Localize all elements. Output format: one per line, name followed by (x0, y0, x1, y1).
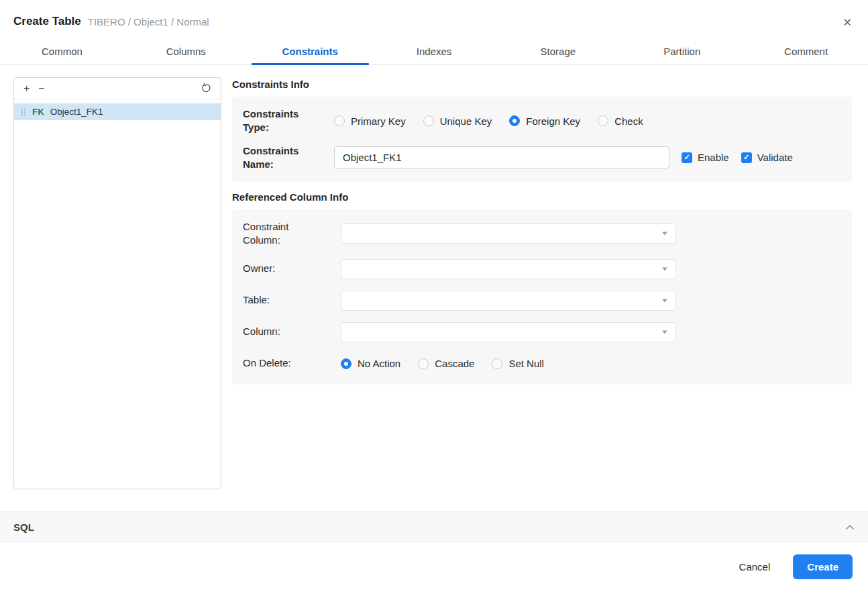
radio-check[interactable]: Check (598, 115, 643, 127)
refresh-icon (201, 83, 211, 93)
owner-label: Owner: (243, 262, 334, 275)
owner-select[interactable] (341, 259, 676, 279)
tab-indexes[interactable]: Indexes (372, 43, 496, 64)
radio-label: Foreign Key (526, 115, 580, 127)
main-area: + − FK Object1_FK1 (0, 65, 868, 511)
constraint-list-panel: + − FK Object1_FK1 (13, 77, 221, 489)
radio-icon (341, 358, 351, 369)
referenced-column-info-panel: Constraint Column: Owner: Table: Column: (232, 209, 852, 385)
constraint-list-toolbar: + − (14, 78, 221, 99)
radio-icon (423, 115, 434, 126)
tab-columns[interactable]: Columns (124, 43, 248, 64)
close-icon[interactable]: ✕ (843, 17, 852, 28)
radio-label: Unique Key (440, 115, 492, 127)
on-delete-label: On Delete: (243, 356, 334, 370)
table-row: Table: (243, 291, 841, 311)
radio-label: Set Null (508, 358, 544, 369)
checkbox-checked-icon: ✓ (682, 152, 692, 163)
table-select[interactable] (341, 291, 676, 311)
flag-checkbox-group: ✓ Enable ✓ Validate (682, 152, 793, 163)
radio-set-null[interactable]: Set Null (492, 358, 544, 369)
tab-storage[interactable]: Storage (496, 43, 620, 64)
radio-foreign-key[interactable]: Foreign Key (509, 115, 580, 127)
dialog-footer: Cancel Create (0, 542, 868, 591)
tab-partition[interactable]: Partition (620, 43, 744, 64)
tab-bar: Common Columns Constraints Indexes Stora… (0, 43, 868, 65)
caret-down-icon (662, 330, 667, 334)
owner-row: Owner: (243, 259, 841, 279)
radio-no-action[interactable]: No Action (341, 358, 400, 369)
constraint-column-label: Constraint Column: (243, 220, 334, 248)
enable-checkbox[interactable]: ✓ Enable (682, 152, 729, 163)
radio-label: Check (614, 115, 643, 127)
column-select[interactable] (341, 322, 676, 342)
constraint-list: FK Object1_FK1 (14, 99, 221, 120)
constraints-name-control: ✓ Enable ✓ Validate (334, 146, 841, 168)
tab-comment[interactable]: Comment (744, 43, 868, 64)
radio-icon (509, 115, 520, 126)
sql-section-label: SQL (13, 522, 34, 533)
constraints-info-heading: Constraints Info (232, 79, 852, 90)
constraints-name-label: Constraints Name: (243, 144, 334, 172)
tab-common[interactable]: Common (0, 43, 124, 64)
radio-unique-key[interactable]: Unique Key (423, 115, 492, 127)
dialog-header: Create Table TIBERO / Object1 / Normal ✕ (0, 0, 868, 43)
checkbox-label: Enable (698, 152, 729, 163)
cancel-button[interactable]: Cancel (739, 561, 771, 573)
validate-checkbox[interactable]: ✓ Validate (741, 152, 793, 163)
constraint-column-row: Constraint Column: (243, 220, 841, 248)
table-label: Table: (243, 293, 334, 307)
constraints-name-input[interactable] (334, 146, 669, 168)
radio-icon (334, 115, 345, 126)
tab-constraints[interactable]: Constraints (248, 43, 372, 64)
radio-label: Primary Key (351, 115, 406, 127)
chevron-up-icon[interactable] (845, 524, 855, 530)
column-row: Column: (243, 322, 841, 342)
radio-icon (598, 115, 608, 126)
constraint-name: Object1_FK1 (50, 107, 103, 117)
add-constraint-button[interactable]: + (23, 83, 38, 94)
constraint-type-badge: FK (32, 107, 44, 117)
breadcrumb: TIBERO / Object1 / Normal (88, 16, 209, 28)
caret-down-icon (662, 232, 667, 236)
on-delete-row: On Delete: No Action Cascade Set Null (243, 354, 841, 374)
radio-icon (418, 358, 429, 369)
checkbox-checked-icon: ✓ (741, 152, 752, 163)
page-title: Create Table (13, 15, 81, 28)
refresh-button[interactable] (201, 83, 211, 93)
radio-cascade[interactable]: Cascade (418, 358, 474, 369)
constraints-type-row: Constraints Type: Primary Key Unique Key… (243, 107, 841, 135)
create-button[interactable]: Create (793, 554, 853, 579)
constraints-info-panel: Constraints Type: Primary Key Unique Key… (232, 97, 852, 182)
constraints-name-row: Constraints Name: ✓ Enable ✓ Validate (243, 144, 841, 172)
form-content: Constraints Info Constraints Type: Prima… (232, 77, 852, 511)
constraints-type-label: Constraints Type: (243, 107, 334, 135)
constraint-column-select[interactable] (341, 224, 676, 244)
radio-primary-key[interactable]: Primary Key (334, 115, 406, 127)
radio-label: Cascade (435, 358, 474, 369)
radio-label: No Action (358, 358, 400, 369)
list-item[interactable]: FK Object1_FK1 (14, 103, 221, 120)
remove-constraint-button[interactable]: − (38, 83, 53, 94)
column-label: Column: (243, 325, 334, 338)
radio-icon (492, 358, 502, 369)
checkbox-label: Validate (757, 152, 793, 163)
sql-section-toggle[interactable]: SQL (0, 511, 868, 542)
on-delete-radio-group: No Action Cascade Set Null (341, 358, 841, 369)
caret-down-icon (662, 299, 667, 302)
constraints-type-radio-group: Primary Key Unique Key Foreign Key Check (334, 115, 841, 127)
caret-down-icon (662, 267, 667, 270)
referenced-column-info-heading: Referenced Column Info (232, 191, 852, 203)
drag-handle-icon[interactable] (21, 108, 26, 116)
